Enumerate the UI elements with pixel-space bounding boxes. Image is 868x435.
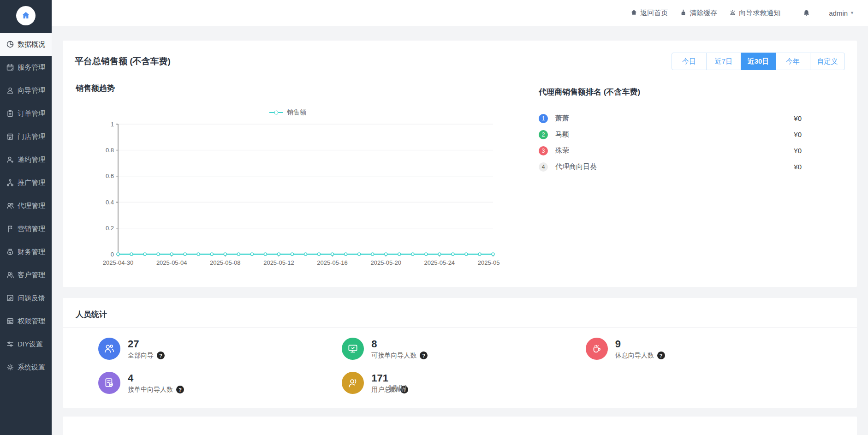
svg-text:0: 0 <box>111 251 114 258</box>
sidebar-item-order-clipboard[interactable]: 订单管理 <box>0 102 52 125</box>
help-icon[interactable]: ? <box>400 386 408 393</box>
sidebar-item-finance-moneybag[interactable]: 财务管理 <box>0 240 52 263</box>
rank-amount: ¥0 <box>794 147 802 155</box>
sidebar-item-promotion-share[interactable]: 推广管理 <box>0 171 52 194</box>
rank-amount: ¥0 <box>794 131 802 138</box>
svg-text:0.2: 0.2 <box>106 225 114 232</box>
ranking-row: 4代理商向日葵¥0 <box>539 159 802 175</box>
store-icon <box>6 132 14 141</box>
app-logo[interactable] <box>0 0 52 31</box>
rank-badge: 1 <box>539 114 548 123</box>
chart-legend[interactable]: 销售额 <box>76 107 500 118</box>
home-icon <box>630 9 637 17</box>
notification-bell-icon[interactable] <box>803 9 810 17</box>
help-icon[interactable]: ? <box>657 352 665 359</box>
stat-monitor-check: 8可接单向导人数? <box>342 338 585 360</box>
sidebar-item-permission-card[interactable]: 权限管理 <box>0 310 52 333</box>
range-tab-4[interactable]: 自定义 <box>810 53 845 70</box>
topbar-link-siren[interactable]: 向导求救通知 <box>729 9 780 18</box>
svg-text:2025-05-08: 2025-05-08 <box>210 259 241 266</box>
trend-chart-section: 销售额趋势 销售额 00.20.40.60.812025-04-302025-0… <box>63 77 533 275</box>
svg-text:0.4: 0.4 <box>106 199 114 206</box>
ranking-row: 2马颖¥0 <box>539 126 802 143</box>
svg-text:0.8: 0.8 <box>106 147 114 154</box>
permission-card-icon <box>6 317 14 325</box>
range-tab-3[interactable]: 今年 <box>775 53 810 70</box>
stat-user-group: 171用户总数?WWW <box>342 372 585 394</box>
user-menu[interactable]: admin ▼ <box>829 9 854 17</box>
dashboard-page: 数据概况服务管理向导管理订单管理门店管理邀约管理推广管理代理管理营销管理财务管理… <box>0 0 868 435</box>
stat-label: 用户总数 <box>371 386 397 394</box>
sidebar-item-label: 门店管理 <box>18 132 45 141</box>
home-logo-icon <box>20 10 31 21</box>
monitor-check-icon <box>342 338 364 360</box>
clear-cache-icon <box>680 9 687 17</box>
customer-people-icon <box>6 271 14 279</box>
sidebar-item-label: 客户管理 <box>18 271 45 280</box>
finance-moneybag-icon <box>6 248 14 256</box>
ranking-list: 1萧萧¥02马颖¥03殊荣¥04代理商向日葵¥0 <box>539 110 802 175</box>
legend-label: 销售额 <box>287 108 306 117</box>
ranking-title: 代理商销售额排名 (不含车费) <box>539 87 802 97</box>
staff-stats-title: 人员统计 <box>76 309 857 320</box>
rank-agent-name: 马颖 <box>555 130 569 139</box>
svg-text:2025-05-28: 2025-05-28 <box>478 259 500 266</box>
svg-text:2025-05-16: 2025-05-16 <box>317 259 348 266</box>
sidebar-item-label: 推广管理 <box>18 179 45 187</box>
stat-value: 4 <box>128 372 184 385</box>
coffee-icon <box>586 338 608 360</box>
users-icon <box>98 338 120 360</box>
stat-label: 可接单向导人数 <box>371 352 416 360</box>
legend-line-marker <box>269 112 283 113</box>
sidebar-item-service-calendar[interactable]: 服务管理 <box>0 56 52 79</box>
siren-icon <box>729 9 736 17</box>
rank-badge: 2 <box>539 130 548 139</box>
stat-label: 全部向导 <box>128 352 154 360</box>
help-icon[interactable]: ? <box>176 386 184 393</box>
promotion-share-icon <box>6 179 14 187</box>
sidebar-item-label: 财务管理 <box>18 248 45 256</box>
range-tab-0[interactable]: 今日 <box>672 53 707 70</box>
diy-sliders-icon <box>6 340 14 348</box>
topbar-link-home[interactable]: 返回首页 <box>630 9 668 18</box>
main-content: 平台总销售额 (不含车费) 今日近7日近30日今年自定义 销售额趋势 销售额 0… <box>52 26 868 435</box>
sidebar-item-guide-person[interactable]: 向导管理 <box>0 79 52 102</box>
topbar-links: 返回首页清除缓存向导求救通知 <box>630 9 780 18</box>
sidebar-item-customer-people[interactable]: 客户管理 <box>0 263 52 286</box>
sidebar-item-label: 向导管理 <box>18 86 45 95</box>
sidebar-item-agent-people[interactable]: 代理管理 <box>0 194 52 217</box>
sidebar-item-marketing-flag[interactable]: 营销管理 <box>0 217 52 240</box>
rank-amount: ¥0 <box>794 114 802 122</box>
doc-check-icon <box>98 372 120 394</box>
date-range-tabs: 今日近7日近30日今年自定义 <box>672 53 845 70</box>
marketing-flag-icon <box>6 225 14 233</box>
sidebar-item-label: 订单管理 <box>18 109 45 118</box>
range-tab-1[interactable]: 近7日 <box>706 53 741 70</box>
pie-chart-icon <box>6 40 14 48</box>
rank-agent-name: 代理商向日葵 <box>555 162 597 171</box>
sidebar-item-diy-sliders[interactable]: DIY设置 <box>0 333 52 356</box>
stat-value: 9 <box>615 338 665 351</box>
staff-stats-card: 人员统计 27全部向导?8可接单向导人数?9休息向导人数?4接单中向导人数?17… <box>63 298 857 408</box>
sales-card-title: 平台总销售额 (不含车费) <box>75 55 171 67</box>
sidebar-item-label: 数据概况 <box>18 40 45 49</box>
range-tab-2[interactable]: 近30日 <box>741 53 776 70</box>
help-icon[interactable]: ? <box>157 352 165 359</box>
svg-text:2025-04-30: 2025-04-30 <box>103 259 134 266</box>
sidebar-item-invite-person[interactable]: 邀约管理 <box>0 148 52 171</box>
sidebar-item-store[interactable]: 门店管理 <box>0 125 52 148</box>
stat-value: 27 <box>128 338 165 351</box>
sidebar-item-pie-chart[interactable]: 数据概况 <box>0 33 52 56</box>
sidebar-item-feedback-pencil[interactable]: 问题反馈 <box>0 286 52 310</box>
topbar-link-clear-cache[interactable]: 清除缓存 <box>680 9 717 18</box>
rank-agent-name: 萧萧 <box>555 114 569 123</box>
stat-label: 接单中向导人数 <box>128 386 173 394</box>
stat-value: 8 <box>371 338 428 351</box>
sidebar-menu: 数据概况服务管理向导管理订单管理门店管理邀约管理推广管理代理管理营销管理财务管理… <box>0 31 52 379</box>
stats-grid: 27全部向导?8可接单向导人数?9休息向导人数?4接单中向导人数?171用户总数… <box>63 328 857 394</box>
ranking-row: 3殊荣¥0 <box>539 143 802 159</box>
help-icon[interactable]: ? <box>420 352 428 359</box>
service-calendar-icon <box>6 63 14 72</box>
svg-text:2025-05-12: 2025-05-12 <box>263 259 294 266</box>
sidebar-item-settings-gear[interactable]: 系统设置 <box>0 356 52 379</box>
